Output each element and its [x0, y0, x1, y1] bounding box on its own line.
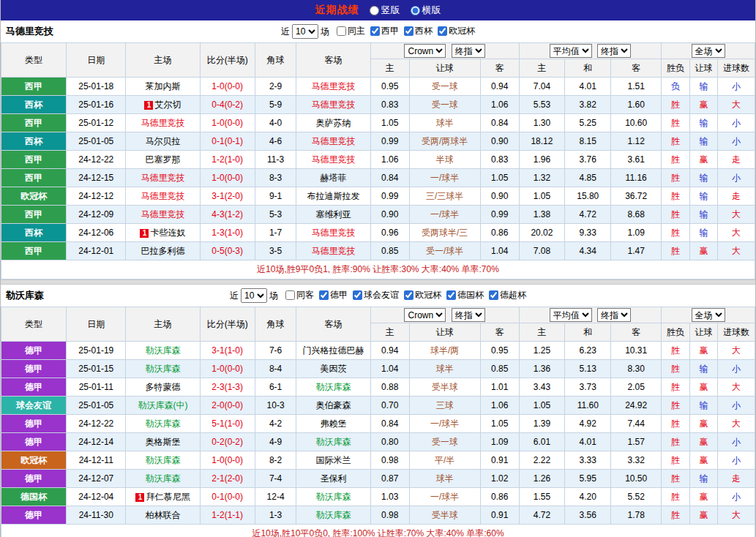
result-wdl-cell: 胜: [662, 151, 690, 169]
handicap-cell: 受半球: [409, 378, 480, 397]
bookmaker-select[interactable]: Crown: [404, 308, 446, 322]
corners-cell: 6-1: [255, 378, 296, 397]
avg-away-odds-cell: 5.52: [611, 488, 662, 506]
result-goals-cell: 小: [718, 397, 755, 415]
score-cell: 1-0(0-0): [200, 78, 255, 96]
avg-draw-odds-cell: 5.95: [565, 470, 611, 488]
home-odds-cell: 0.94: [370, 342, 409, 360]
avg-away-odds-cell: 1.47: [611, 242, 662, 260]
league-badge: 西甲: [1, 206, 67, 224]
result-handicap-cell: 赢: [689, 242, 718, 260]
vertical-layout-radio[interactable]: [370, 6, 379, 15]
result-goals-cell: 走: [718, 470, 755, 488]
average-stage-select[interactable]: 终指: [597, 44, 631, 58]
result-handicap-cell: 赢: [689, 415, 718, 433]
avg-draw-odds-cell: 3.82: [565, 96, 611, 114]
league-filter-checkbox[interactable]: [285, 290, 295, 300]
home-team-name: 巴塞罗那: [145, 154, 180, 165]
league-badge: 欧冠杯: [1, 451, 67, 470]
layout-option-vertical[interactable]: 竖版: [370, 4, 400, 17]
horizontal-layout-radio[interactable]: [411, 6, 420, 15]
odds-stage-select[interactable]: 终指: [452, 308, 485, 322]
scope-select[interactable]: 全场: [692, 44, 725, 58]
average-select[interactable]: 平均值: [550, 308, 592, 322]
away-team-cell: 门兴格拉德巴赫: [296, 342, 370, 360]
average-select[interactable]: 平均值: [550, 44, 592, 58]
average-stage-select[interactable]: 终指: [597, 308, 631, 322]
league-filter-checkbox[interactable]: [370, 26, 380, 36]
home-team-cell: 莱加内斯: [126, 78, 200, 96]
league-filter-checkbox[interactable]: [353, 290, 362, 300]
league-filter[interactable]: 同主: [337, 25, 365, 37]
handicap-cell: 球半: [409, 470, 480, 488]
match-date: 25-01-11: [67, 378, 126, 397]
match-date: 24-12-15: [67, 169, 126, 187]
home-odds-cell: 0.99: [370, 132, 409, 151]
away-odds-cell: 0.91: [480, 451, 519, 470]
result-handicap-cell: 输: [689, 169, 718, 187]
result-wdl-cell: 胜: [662, 360, 690, 378]
score-cell: 1-0(0-0): [200, 451, 255, 470]
odds-stage-select[interactable]: 终指: [452, 44, 485, 58]
avg-away-odds-cell: 3.32: [611, 451, 662, 470]
league-filter[interactable]: 德超杯: [489, 289, 526, 301]
league-filter[interactable]: 西杯: [404, 25, 433, 37]
match-count-select[interactable]: 10: [292, 24, 318, 39]
score-cell: 0-2(0-2): [200, 433, 255, 451]
league-filter-checkbox[interactable]: [404, 26, 413, 36]
sub-header-avg-home: 主: [519, 59, 565, 78]
handicap-cell: 受两球半/三: [409, 224, 480, 242]
sub-header-result: 胜负: [662, 323, 690, 342]
home-team-name: 艾尔切: [154, 99, 181, 110]
league-filter[interactable]: 欧冠杯: [404, 289, 441, 301]
league-filter-checkbox[interactable]: [404, 290, 413, 300]
league-filter-label: 球会友谊: [364, 289, 399, 301]
league-filter-checkbox[interactable]: [446, 290, 456, 300]
match-date: 25-01-15: [67, 360, 126, 378]
away-team-cell: 奥萨苏纳: [296, 114, 370, 132]
away-team-name: 马德里竞技: [312, 228, 356, 238]
result-goals-cell: 小: [718, 433, 755, 451]
match-count-select[interactable]: 10: [241, 288, 267, 303]
home-team-name: 马尔贝拉: [145, 136, 180, 146]
sub-header-result: 胜负: [662, 59, 690, 78]
handicap-cell: 三/三球半: [409, 187, 480, 206]
away-odds-cell: 1.09: [480, 433, 519, 451]
red-card-badge: 1: [135, 493, 144, 502]
league-filter[interactable]: 西甲: [370, 25, 399, 37]
scope-select[interactable]: 全场: [692, 308, 725, 322]
home-odds-cell: 0.83: [370, 96, 409, 114]
match-date: 24-12-07: [67, 470, 126, 488]
score-cell: 0-5(0-3): [200, 242, 255, 260]
league-filter[interactable]: 球会友谊: [353, 289, 399, 301]
match-date: 24-12-01: [67, 242, 126, 260]
score-cell: 1-0(0-0): [200, 169, 255, 187]
league-filter-checkbox[interactable]: [319, 290, 329, 300]
league-badge: 西杯: [1, 132, 67, 151]
avg-away-odds-cell: 3.61: [611, 151, 662, 169]
league-filter[interactable]: 德国杯: [446, 289, 484, 301]
match-row: 西甲25-01-12马德里竞技1-0(0-0)4-0奥萨苏纳1.05球半0.84…: [1, 114, 755, 132]
avg-draw-odds-cell: 6.23: [565, 342, 611, 360]
avg-home-odds-cell: 1.96: [519, 151, 565, 169]
result-wdl-cell: 胜: [662, 451, 690, 470]
bookmaker-select[interactable]: Crown: [404, 44, 446, 58]
away-team-cell: 布拉迪斯拉发: [296, 187, 370, 206]
handicap-cell: 受半球: [409, 506, 480, 525]
league-filter[interactable]: 德甲: [319, 289, 348, 301]
col-header-home: 主场: [126, 307, 200, 342]
corners-cell: 4-2: [255, 415, 296, 433]
league-filter[interactable]: 同客: [285, 289, 314, 301]
league-filter[interactable]: 欧冠杯: [438, 25, 475, 37]
match-date: 24-12-04: [67, 488, 126, 506]
league-filter-checkbox[interactable]: [438, 26, 447, 36]
league-filter-checkbox[interactable]: [337, 26, 346, 36]
vertical-layout-label: 竖版: [381, 4, 400, 17]
handicap-cell: 球半: [409, 360, 480, 378]
matches-table-body: 西甲25-01-18莱加内斯1-0(0-0)2-9马德里竞技0.95受一球0.9…: [1, 78, 755, 260]
avg-away-odds-cell: 10.50: [611, 470, 662, 488]
home-odds-cell: 1.03: [370, 488, 409, 506]
avg-draw-odds-cell: 4.72: [565, 206, 611, 224]
layout-option-horizontal[interactable]: 横版: [411, 4, 441, 17]
league-filter-checkbox[interactable]: [489, 290, 498, 300]
